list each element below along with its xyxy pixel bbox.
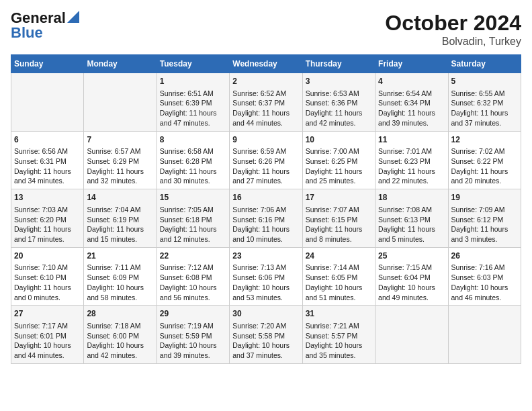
- calendar-cell: 31Sunrise: 7:21 AMSunset: 5:57 PMDayligh…: [302, 306, 375, 364]
- calendar-cell: 15Sunrise: 7:05 AMSunset: 6:18 PMDayligh…: [157, 189, 229, 248]
- calendar-cell: 11Sunrise: 7:01 AMSunset: 6:23 PMDayligh…: [375, 131, 448, 189]
- header-monday: Monday: [84, 55, 157, 73]
- day-number: 16: [232, 192, 299, 203]
- day-number: 9: [232, 134, 299, 146]
- header-friday: Friday: [375, 55, 448, 73]
- header-tuesday: Tuesday: [157, 55, 229, 73]
- calendar-cell: 9Sunrise: 6:59 AMSunset: 6:26 PMDaylight…: [230, 131, 302, 189]
- day-number: 20: [14, 250, 81, 262]
- calendar-week-row: 6Sunrise: 6:56 AMSunset: 6:31 PMDaylight…: [11, 131, 521, 189]
- day-info: Sunrise: 7:04 AMSunset: 6:19 PMDaylight:…: [87, 205, 153, 244]
- calendar-cell: 4Sunrise: 6:54 AMSunset: 6:34 PMDaylight…: [375, 73, 448, 132]
- calendar-week-row: 27Sunrise: 7:17 AMSunset: 6:01 PMDayligh…: [11, 306, 521, 364]
- day-info: Sunrise: 7:02 AMSunset: 6:22 PMDaylight:…: [451, 146, 518, 186]
- day-info: Sunrise: 7:03 AMSunset: 6:20 PMDaylight:…: [14, 205, 81, 244]
- day-number: 19: [451, 192, 518, 203]
- day-info: Sunrise: 7:17 AMSunset: 6:01 PMDaylight:…: [14, 321, 81, 361]
- calendar-cell: 2Sunrise: 6:52 AMSunset: 6:37 PMDaylight…: [230, 73, 302, 132]
- day-number: 3: [306, 76, 372, 87]
- calendar-cell: 26Sunrise: 7:16 AMSunset: 6:03 PMDayligh…: [448, 247, 521, 306]
- day-info: Sunrise: 7:19 AMSunset: 5:59 PMDaylight:…: [160, 321, 226, 361]
- calendar-cell: [375, 306, 448, 364]
- calendar-table: Sunday Monday Tuesday Wednesday Thursday…: [11, 54, 521, 364]
- calendar-cell: 28Sunrise: 7:18 AMSunset: 6:00 PMDayligh…: [84, 306, 157, 364]
- day-info: Sunrise: 6:57 AMSunset: 6:29 PMDaylight:…: [87, 146, 153, 186]
- day-number: 29: [160, 308, 226, 320]
- calendar-cell: 21Sunrise: 7:11 AMSunset: 6:09 PMDayligh…: [84, 247, 157, 306]
- calendar-header: Sunday Monday Tuesday Wednesday Thursday…: [11, 55, 521, 73]
- day-info: Sunrise: 7:10 AMSunset: 6:10 PMDaylight:…: [14, 263, 81, 302]
- title-block: October 2024 Bolvadin, Turkey: [385, 11, 521, 48]
- day-info: Sunrise: 7:08 AMSunset: 6:13 PMDaylight:…: [378, 205, 445, 244]
- calendar-week-row: 1Sunrise: 6:51 AMSunset: 6:39 PMDaylight…: [11, 73, 521, 132]
- day-number: 26: [451, 250, 518, 262]
- calendar-week-row: 20Sunrise: 7:10 AMSunset: 6:10 PMDayligh…: [11, 247, 521, 306]
- day-number: 27: [14, 308, 81, 320]
- day-number: 25: [378, 250, 445, 262]
- calendar-cell: 27Sunrise: 7:17 AMSunset: 6:01 PMDayligh…: [11, 306, 84, 364]
- calendar-cell: [84, 73, 157, 132]
- day-info: Sunrise: 6:56 AMSunset: 6:31 PMDaylight:…: [14, 146, 81, 186]
- day-number: 4: [378, 76, 445, 87]
- svg-marker-0: [67, 11, 79, 23]
- day-info: Sunrise: 7:21 AMSunset: 5:57 PMDaylight:…: [306, 321, 372, 361]
- calendar-cell: 18Sunrise: 7:08 AMSunset: 6:13 PMDayligh…: [375, 189, 448, 248]
- day-number: 12: [451, 134, 518, 146]
- day-info: Sunrise: 7:12 AMSunset: 6:08 PMDaylight:…: [160, 263, 226, 302]
- header-thursday: Thursday: [302, 55, 375, 73]
- day-info: Sunrise: 7:18 AMSunset: 6:00 PMDaylight:…: [87, 321, 153, 361]
- day-info: Sunrise: 7:13 AMSunset: 6:06 PMDaylight:…: [232, 263, 299, 302]
- logo: General Blue: [11, 11, 79, 40]
- day-number: 24: [306, 250, 372, 262]
- calendar-cell: 1Sunrise: 6:51 AMSunset: 6:39 PMDaylight…: [157, 73, 229, 132]
- day-info: Sunrise: 7:05 AMSunset: 6:18 PMDaylight:…: [160, 205, 226, 244]
- day-info: Sunrise: 7:11 AMSunset: 6:09 PMDaylight:…: [87, 263, 153, 302]
- day-number: 23: [232, 250, 299, 262]
- day-number: 2: [232, 76, 299, 87]
- day-info: Sunrise: 6:53 AMSunset: 6:36 PMDaylight:…: [306, 89, 372, 128]
- day-info: Sunrise: 6:59 AMSunset: 6:26 PMDaylight:…: [232, 146, 299, 186]
- day-number: 22: [160, 250, 226, 262]
- logo-blue-text: Blue: [11, 24, 43, 41]
- day-info: Sunrise: 7:20 AMSunset: 5:58 PMDaylight:…: [232, 321, 299, 361]
- calendar-cell: 30Sunrise: 7:20 AMSunset: 5:58 PMDayligh…: [230, 306, 302, 364]
- day-number: 14: [87, 192, 153, 203]
- day-info: Sunrise: 7:14 AMSunset: 6:05 PMDaylight:…: [306, 263, 372, 302]
- day-number: 10: [306, 134, 372, 146]
- day-info: Sunrise: 7:07 AMSunset: 6:15 PMDaylight:…: [306, 205, 372, 244]
- day-number: 28: [87, 308, 153, 320]
- day-number: 5: [451, 76, 518, 87]
- day-info: Sunrise: 7:15 AMSunset: 6:04 PMDaylight:…: [378, 263, 445, 302]
- day-info: Sunrise: 7:00 AMSunset: 6:25 PMDaylight:…: [306, 146, 372, 186]
- month-title: October 2024: [385, 11, 521, 36]
- day-number: 17: [306, 192, 372, 203]
- day-number: 7: [87, 134, 153, 146]
- header-row: Sunday Monday Tuesday Wednesday Thursday…: [11, 55, 521, 73]
- calendar-cell: 7Sunrise: 6:57 AMSunset: 6:29 PMDaylight…: [84, 131, 157, 189]
- calendar-body: 1Sunrise: 6:51 AMSunset: 6:39 PMDaylight…: [11, 73, 521, 364]
- logo-general-text: General: [11, 11, 66, 26]
- day-info: Sunrise: 6:52 AMSunset: 6:37 PMDaylight:…: [232, 89, 299, 128]
- calendar-cell: 14Sunrise: 7:04 AMSunset: 6:19 PMDayligh…: [84, 189, 157, 248]
- day-number: 1: [160, 76, 226, 87]
- calendar-cell: 10Sunrise: 7:00 AMSunset: 6:25 PMDayligh…: [302, 131, 375, 189]
- calendar-cell: 13Sunrise: 7:03 AMSunset: 6:20 PMDayligh…: [11, 189, 84, 248]
- calendar-cell: 22Sunrise: 7:12 AMSunset: 6:08 PMDayligh…: [157, 247, 229, 306]
- calendar-cell: 29Sunrise: 7:19 AMSunset: 5:59 PMDayligh…: [157, 306, 229, 364]
- page-header: General Blue October 2024 Bolvadin, Turk…: [11, 11, 521, 48]
- location-title: Bolvadin, Turkey: [385, 36, 521, 48]
- day-info: Sunrise: 7:01 AMSunset: 6:23 PMDaylight:…: [378, 146, 445, 186]
- calendar-cell: 3Sunrise: 6:53 AMSunset: 6:36 PMDaylight…: [302, 73, 375, 132]
- day-number: 18: [378, 192, 445, 203]
- day-info: Sunrise: 6:51 AMSunset: 6:39 PMDaylight:…: [160, 89, 226, 128]
- logo-triangle-icon: [67, 11, 79, 23]
- calendar-cell: 20Sunrise: 7:10 AMSunset: 6:10 PMDayligh…: [11, 247, 84, 306]
- calendar-cell: 8Sunrise: 6:58 AMSunset: 6:28 PMDaylight…: [157, 131, 229, 189]
- day-number: 31: [306, 308, 372, 320]
- calendar-cell: 19Sunrise: 7:09 AMSunset: 6:12 PMDayligh…: [448, 189, 521, 248]
- day-number: 21: [87, 250, 153, 262]
- calendar-cell: 6Sunrise: 6:56 AMSunset: 6:31 PMDaylight…: [11, 131, 84, 189]
- calendar-cell: 5Sunrise: 6:55 AMSunset: 6:32 PMDaylight…: [448, 73, 521, 132]
- day-number: 11: [378, 134, 445, 146]
- calendar-cell: 24Sunrise: 7:14 AMSunset: 6:05 PMDayligh…: [302, 247, 375, 306]
